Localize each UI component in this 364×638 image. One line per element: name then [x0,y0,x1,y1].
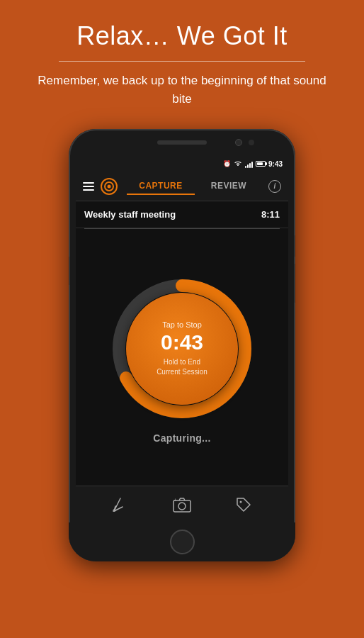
phone-side-button-left [69,257,69,285]
bottom-nav-item-tag[interactable] [235,496,252,513]
meeting-bar: Weekly staff meeting 8:11 [76,201,288,228]
tag-icon [235,496,252,513]
capturing-status: Capturing... [153,432,210,444]
timer-display: 0:43 [161,332,203,353]
alarm-icon: ⏰ [223,160,231,167]
phone-device: ⏰ [69,129,295,561]
app-nav-bar: CAPTURE REVIEW i [76,172,288,201]
camera-icon: + [173,496,191,513]
edit-icon: + [112,496,129,513]
signal-icon [245,160,253,168]
phone-side-button-right-top [295,235,295,257]
svg-point-12 [240,500,242,503]
header-subtitle: Remember, we back up to the beginning of… [28,72,336,108]
home-button[interactable] [170,530,195,554]
meeting-bar-wrapper: Weekly staff meeting 8:11 [76,201,288,229]
meeting-time: 8:11 [261,209,280,220]
hold-to-end-label: Hold to End Current Session [157,357,207,377]
phone-camera [235,139,242,146]
phone-body: ⏰ [69,129,295,561]
meeting-title: Weekly staff meeting [84,209,176,220]
phone-dot [249,140,254,145]
status-time: 9:43 [268,160,283,168]
tab-capture[interactable]: CAPTURE [127,178,195,195]
recorder-container[interactable]: Tap to Stop 0:43 Hold to End Current Ses… [111,278,253,420]
phone-speaker [157,140,207,145]
info-icon[interactable]: i [268,180,281,193]
status-bar: ⏰ [76,156,288,172]
recording-area: Tap to Stop 0:43 Hold to End Current Ses… [76,229,288,486]
battery-icon [256,161,266,167]
phone-home-area [69,522,295,561]
tab-review[interactable]: REVIEW [195,178,263,195]
menu-icon[interactable] [83,182,94,191]
svg-point-2 [108,184,111,188]
screen-content: ⏰ [76,156,288,522]
header-section: Relax… We Got It Remember, we back up to… [0,0,364,122]
header-title: Relax… We Got It [28,21,336,51]
header-divider [59,61,305,62]
status-icons: ⏰ [223,160,283,168]
tap-to-stop-button[interactable]: Tap to Stop 0:43 Hold to End Current Ses… [126,293,238,405]
bottom-nav-item-edit[interactable]: + [112,496,129,513]
tap-to-stop-label: Tap to Stop [162,320,202,329]
wifi-icon [234,160,242,168]
bottom-nav-item-camera[interactable]: + [173,496,191,513]
bottom-nav: + + [76,486,288,522]
phone-side-button-right-bottom [295,264,295,303]
app-logo [100,177,118,196]
phone-screen: ⏰ [76,156,288,522]
svg-point-10 [178,503,186,510]
nav-tabs: CAPTURE REVIEW [127,178,263,195]
svg-text:+: + [113,508,117,513]
svg-text:+: + [174,497,177,503]
